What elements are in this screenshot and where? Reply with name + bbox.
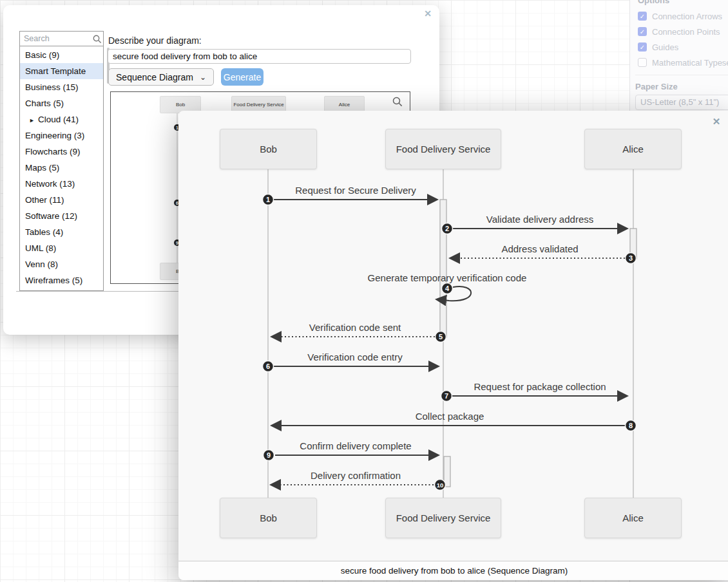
shape-category-sidebar: Basic (9) Smart Template Business (15) C…: [19, 31, 104, 291]
svg-text:Collect package: Collect package: [416, 411, 484, 422]
sidebar-item-charts[interactable]: Charts (5): [20, 95, 103, 111]
describe-diagram-input[interactable]: [108, 49, 411, 64]
actor-alice-top: Alice: [584, 129, 682, 169]
category-list: Basic (9) Smart Template Business (15) C…: [20, 47, 103, 290]
sidebar-item-other[interactable]: Other (11): [20, 192, 103, 208]
checkbox-row-mathematical-typesetting[interactable]: Mathematical Typesett: [638, 57, 728, 68]
sidebar-item-network[interactable]: Network (13): [20, 176, 103, 192]
drawio-canvas: { "left_dialog": { "close_label": "✕", "…: [0, 0, 728, 582]
sidebar-item-cloud[interactable]: ►Cloud (41): [20, 111, 103, 127]
svg-text:Request for Secure Delivery: Request for Secure Delivery: [295, 185, 416, 196]
checkbox-checked-icon[interactable]: ✓: [638, 27, 647, 36]
svg-text:8: 8: [629, 422, 633, 429]
svg-text:5: 5: [439, 333, 443, 341]
svg-text:Request for package collection: Request for package collection: [474, 381, 606, 392]
generate-button[interactable]: Generate: [221, 68, 263, 86]
panel-divider: [635, 75, 728, 75]
checkbox-label: Mathematical Typesett: [652, 58, 728, 68]
close-icon[interactable]: ✕: [421, 6, 435, 21]
svg-text:2: 2: [445, 225, 449, 232]
expand-arrow-icon[interactable]: ►: [29, 117, 35, 124]
svg-text:10: 10: [437, 482, 444, 489]
sidebar-item-basic[interactable]: Basic (9): [20, 47, 103, 63]
activation-bars: [440, 200, 637, 487]
actor-food-delivery-service-bottom: Food Delivery Service: [385, 498, 501, 538]
checkbox-checked-icon[interactable]: ✓: [638, 42, 647, 52]
svg-text:9: 9: [267, 451, 271, 459]
sequence-diagram-modal: ✕: [178, 111, 728, 580]
svg-text:Confirm delivery complete: Confirm delivery complete: [300, 440, 411, 451]
diagram-caption: secure food delivery from bob to alice (…: [178, 561, 728, 580]
paper-size-section-title: Paper Size: [635, 82, 678, 91]
checkbox-label: Connection Points: [652, 27, 720, 37]
paper-size-select[interactable]: US-Letter (8,5" x 11"): [635, 95, 728, 110]
actor-alice-bottom: Alice: [584, 498, 682, 538]
actor-bob-bottom: Bob: [220, 498, 317, 538]
sidebar-item-wireframes[interactable]: Wireframes (5): [20, 272, 103, 288]
checkbox-row-connection-points[interactable]: ✓ Connection Points: [638, 26, 720, 37]
actor-bob-top: Bob: [220, 129, 317, 169]
diagram-type-select[interactable]: Sequence Diagram ⌄: [108, 68, 214, 86]
sidebar-item-smart-template[interactable]: Smart Template: [20, 63, 103, 79]
checkbox-label: Guides: [652, 42, 678, 52]
sidebar-item-uml[interactable]: UML (8): [20, 240, 103, 256]
options-section-title: Options: [638, 0, 669, 5]
zoom-icon[interactable]: [392, 97, 403, 107]
search-row: [20, 32, 103, 46]
actor-food-delivery-service-top: Food Delivery Service: [385, 129, 501, 169]
svg-text:6: 6: [266, 362, 270, 370]
checkbox-checked-icon[interactable]: ✓: [638, 12, 647, 21]
sidebar-item-label: Cloud (41): [38, 115, 79, 124]
svg-text:Address validated: Address validated: [501, 243, 578, 254]
sidebar-item-engineering[interactable]: Engineering (3): [20, 127, 103, 144]
sidebar-item-venn[interactable]: Venn (8): [20, 256, 103, 272]
svg-text:Verification code sent: Verification code sent: [309, 322, 401, 333]
search-icon: [93, 35, 102, 44]
diagram-type-value: Sequence Diagram: [116, 72, 193, 82]
checkbox-label: Connection Arrows: [652, 12, 722, 21]
checkbox-row-connection-arrows[interactable]: ✓ Connection Arrows: [638, 11, 722, 21]
svg-text:Generate temporary verificatio: Generate temporary verification code: [368, 272, 527, 283]
checkbox-unchecked-icon[interactable]: [638, 58, 647, 67]
svg-text:Verification code entry: Verification code entry: [307, 352, 403, 362]
sidebar-item-maps[interactable]: Maps (5): [20, 160, 103, 176]
sidebar-item-tables[interactable]: Tables (4): [20, 224, 103, 240]
svg-text:4: 4: [445, 285, 450, 292]
svg-text:1: 1: [266, 196, 270, 203]
sidebar-item-flowcharts[interactable]: Flowcharts (9): [20, 144, 103, 160]
search-input[interactable]: [24, 33, 88, 44]
describe-diagram-label: Describe your diagram:: [108, 35, 202, 46]
chevron-down-icon: ⌄: [200, 73, 206, 82]
svg-text:7: 7: [445, 392, 448, 400]
sidebar-item-business[interactable]: Business (15): [20, 79, 103, 95]
sidebar-item-software[interactable]: Software (12): [20, 208, 103, 224]
svg-text:3: 3: [629, 254, 633, 262]
checkbox-row-guides[interactable]: ✓ Guides: [638, 42, 678, 52]
svg-text:Validate delivery address: Validate delivery address: [486, 214, 593, 225]
svg-text:Delivery confirmation: Delivery confirmation: [311, 470, 401, 481]
sequence-diagram: 1 2 3 4 5 6 7 8 9 10 Request for Secure …: [178, 111, 728, 561]
